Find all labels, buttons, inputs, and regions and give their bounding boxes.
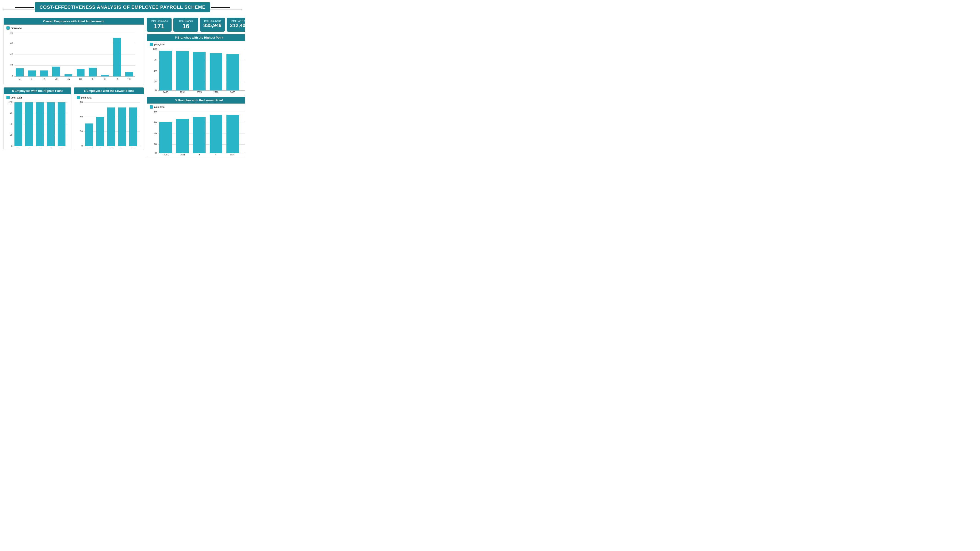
svg-text:40: 40 xyxy=(10,53,13,56)
svg-rect-17 xyxy=(52,67,60,76)
svg-text:0: 0 xyxy=(11,75,13,78)
overall-chart-title: Overall Employees with Point Achievement xyxy=(4,18,144,25)
kpi-hari-kerja-value: 212,402 xyxy=(229,23,245,28)
highest-branch-panel: 5 Branches with the Highest Point poin_t… xyxy=(147,34,245,94)
kpi-total-branch: Total Branch 16 xyxy=(173,17,198,32)
svg-text:0: 0 xyxy=(81,144,83,147)
svg-text:75: 75 xyxy=(10,112,13,114)
kpi-total-employee-value: 171 xyxy=(150,23,169,30)
svg-text:2630: 2630 xyxy=(230,91,235,93)
svg-rect-86 xyxy=(193,52,205,90)
svg-rect-90 xyxy=(226,54,239,90)
svg-text:95: 95 xyxy=(116,78,119,80)
svg-text:0: 0 xyxy=(11,144,13,147)
svg-text:100: 100 xyxy=(153,48,157,50)
svg-text:65: 65 xyxy=(43,78,46,80)
svg-text:2631: 2631 xyxy=(180,91,185,93)
svg-text:2625: 2625 xyxy=(197,91,202,93)
svg-text:40: 40 xyxy=(80,116,83,118)
svg-text:50: 50 xyxy=(10,123,13,125)
svg-rect-46 xyxy=(36,102,44,146)
svg-rect-48 xyxy=(47,102,55,146)
svg-rect-21 xyxy=(77,69,84,76)
svg-rect-50 xyxy=(58,102,65,146)
kpi-hari-kerja: Total Hari Kerja 212,402 xyxy=(227,17,245,32)
svg-text:59: 59 xyxy=(60,148,63,148)
svg-rect-63 xyxy=(96,117,104,146)
svg-text:2633: 2633 xyxy=(163,91,169,93)
kpi-total-employee: Total Employee 171 xyxy=(147,17,172,32)
svg-rect-88 xyxy=(210,53,222,91)
svg-text:80: 80 xyxy=(79,78,82,80)
svg-text:60: 60 xyxy=(10,42,13,45)
highest-branch-title: 5 Branches with the Highest Point xyxy=(147,34,245,41)
highest-employee-svg: 100 75 50 25 0 10 71 62 xyxy=(6,100,68,148)
svg-rect-105 xyxy=(176,119,189,153)
svg-text:2590: 2590 xyxy=(213,91,219,93)
svg-text:12: 12 xyxy=(110,148,113,148)
svg-rect-19 xyxy=(65,75,72,77)
svg-rect-27 xyxy=(113,38,121,76)
lowest-branch-svg: 80 60 40 20 0 11265 2634 xyxy=(150,110,245,156)
highest-branch-svg: 100 75 50 25 0 2633 2631 xyxy=(150,47,245,93)
svg-text:50: 50 xyxy=(154,70,157,72)
kpi-jam-kerja: Total Jam Kerja 335,949 xyxy=(200,17,225,32)
highest-emp-legend-box xyxy=(6,96,10,99)
svg-rect-67 xyxy=(118,108,126,146)
svg-text:20: 20 xyxy=(154,143,157,146)
svg-text:16: 16 xyxy=(132,148,135,148)
kpi-total-branch-value: 16 xyxy=(176,23,196,30)
svg-text:20: 20 xyxy=(10,64,13,67)
highest-branch-legend-label: poin_total xyxy=(154,43,165,46)
svg-text:10: 10 xyxy=(17,148,20,148)
svg-text:75: 75 xyxy=(154,59,157,61)
svg-text:80: 80 xyxy=(154,110,157,113)
svg-rect-84 xyxy=(176,51,189,91)
lowest-branch-legend-label: poin_total xyxy=(154,106,165,108)
svg-rect-44 xyxy=(25,102,33,146)
lowest-employee-panel: 5 Employees with the Lowest Point poin_t… xyxy=(74,87,144,150)
svg-text:1: 1 xyxy=(215,154,216,156)
svg-rect-25 xyxy=(101,75,109,76)
lowest-emp-legend-label: poin_total xyxy=(81,96,92,99)
svg-rect-109 xyxy=(210,115,222,153)
svg-text:20: 20 xyxy=(80,130,83,133)
kpi-total-branch-label: Total Branch xyxy=(176,19,196,22)
svg-text:62: 62 xyxy=(38,148,41,148)
svg-text:2634: 2634 xyxy=(180,154,185,156)
svg-text:7: 7 xyxy=(99,148,101,148)
svg-text:100: 100 xyxy=(8,101,13,103)
svg-text:0: 0 xyxy=(155,152,157,154)
highest-employee-title: 5 Employees with the Highest Point xyxy=(4,87,71,94)
svg-text:25: 25 xyxy=(121,148,124,148)
lowest-branch-title: 5 Branches with the Lowest Point xyxy=(147,97,245,103)
svg-text:60: 60 xyxy=(80,101,83,103)
lowest-employee-title: 5 Employees with the Lowest Point xyxy=(74,87,144,94)
highest-employee-panel: 5 Employees with the Highest Point poin_… xyxy=(3,87,72,150)
overall-chart-panel: Overall Employees with Point Achievement… xyxy=(3,17,144,85)
svg-text:11265: 11265 xyxy=(162,154,169,156)
page-title: COST-EFFECTIVENESS ANALYSIS OF EMPLOYEE … xyxy=(35,2,210,12)
svg-rect-23 xyxy=(89,68,97,76)
svg-text:2635: 2635 xyxy=(230,154,235,156)
kpi-jam-kerja-label: Total Jam Kerja xyxy=(203,19,222,22)
highest-emp-legend-label: poin_total xyxy=(11,96,22,99)
svg-text:70: 70 xyxy=(55,78,58,80)
svg-text:90: 90 xyxy=(103,78,107,80)
svg-text:340184: 340184 xyxy=(85,148,93,148)
svg-text:40: 40 xyxy=(154,132,157,135)
svg-rect-11 xyxy=(16,68,24,76)
svg-rect-107 xyxy=(193,117,205,153)
svg-text:60: 60 xyxy=(30,78,33,80)
kpi-row: Total Employee 171 Total Branch 16 Total… xyxy=(147,17,245,32)
svg-text:75: 75 xyxy=(67,78,70,80)
svg-rect-61 xyxy=(85,124,93,146)
svg-text:71: 71 xyxy=(28,148,30,148)
lowest-emp-legend-box xyxy=(77,96,80,99)
svg-text:85: 85 xyxy=(91,78,94,80)
svg-text:100: 100 xyxy=(127,78,131,80)
svg-text:0: 0 xyxy=(155,89,157,92)
svg-rect-69 xyxy=(129,108,137,146)
svg-text:25: 25 xyxy=(10,133,13,136)
svg-rect-111 xyxy=(226,115,239,153)
